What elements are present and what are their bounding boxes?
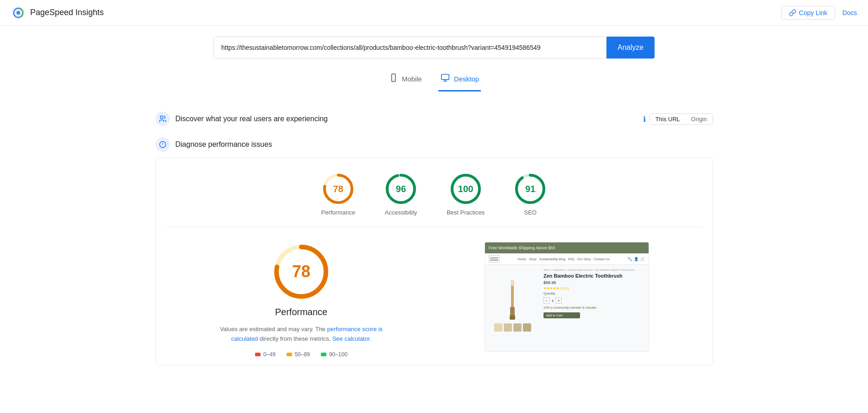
origin-button[interactable]: Origin — [686, 114, 713, 124]
hamburger-icon — [489, 255, 500, 263]
copy-link-button[interactable]: Copy Link — [781, 6, 835, 20]
link-icon — [789, 9, 796, 16]
svg-rect-22 — [510, 307, 515, 316]
performance-score: 78 — [333, 184, 343, 194]
app-title: PageSpeed Insights — [30, 8, 104, 17]
thumb-header-text: Free Worldwide Shipping Above $55 — [489, 246, 555, 250]
note-middle: directly from these metrics. — [260, 335, 332, 342]
diagnose-icon — [155, 137, 170, 152]
tab-mobile-label: Mobile — [402, 75, 422, 83]
thumb-breadcrumb: Store / Collections / Sustainable Produc… — [543, 268, 645, 271]
real-users-label: Discover what your real users are experi… — [176, 115, 328, 123]
thumb-img-3 — [513, 323, 522, 332]
header: PageSpeed Insights Copy Link Docs — [0, 0, 868, 26]
url-input-wrapper — [213, 37, 607, 59]
perf-left: 78 Performance Values are estimated and … — [178, 242, 425, 358]
accessibility-score: 96 — [396, 184, 406, 194]
thumb-discount-text: 10% a community member & checker — [543, 306, 645, 309]
legend-green: 90–100 — [321, 351, 347, 358]
thumb-header-bar: Free Worldwide Shipping Above $55 — [485, 242, 649, 253]
performance-label: Performance — [321, 209, 355, 216]
url-section: Analyze — [155, 37, 713, 59]
mobile-icon — [389, 73, 398, 85]
info-icon[interactable]: ℹ — [643, 115, 646, 123]
diagnose-section[interactable]: Diagnose performance issues — [155, 132, 713, 157]
best-practices-label: Best Practices — [447, 209, 485, 216]
score-cards: 78 Performance 96 Accessibility — [167, 172, 702, 216]
seo-score: 91 — [525, 184, 535, 194]
thumb-add-to-cart: Add to Cart — [543, 312, 580, 318]
score-card-seo: 91 SEO — [514, 172, 547, 216]
thumb-product-details: Store / Collections / Sustainable Produc… — [540, 265, 649, 347]
main-content: Analyze Mobile Desktop — [137, 26, 731, 387]
svg-rect-4 — [442, 75, 449, 80]
qty-minus: − — [543, 297, 550, 304]
thumb-qty-controls: − 1 + — [543, 297, 645, 304]
legend-dot-red — [255, 353, 261, 356]
thumb-img-2 — [504, 323, 512, 332]
performance-title: Performance — [275, 307, 328, 317]
thumb-img-1 — [494, 323, 502, 332]
real-users-section[interactable]: Discover what your real users are experi… — [155, 106, 713, 132]
header-right: Copy Link Docs — [781, 6, 857, 20]
copy-link-label: Copy Link — [799, 9, 827, 16]
tab-desktop[interactable]: Desktop — [438, 70, 481, 91]
analyze-button[interactable]: Analyze — [607, 37, 655, 59]
score-card-best-practices: 100 Best Practices — [447, 172, 485, 216]
legend-dot-yellow — [287, 353, 292, 356]
real-users-icon — [155, 112, 170, 126]
calculator-link[interactable]: See calculator. — [332, 335, 371, 342]
perf-detail: 78 Performance Values are estimated and … — [167, 242, 702, 358]
device-tabs: Mobile Desktop — [155, 70, 713, 91]
score-circle-performance: 78 — [322, 172, 355, 205]
svg-rect-23 — [510, 315, 515, 320]
qty-value: 1 — [552, 299, 554, 303]
perf-legend: 0–49 50–89 90–100 — [255, 351, 347, 358]
big-performance-score: 78 — [292, 262, 310, 281]
qty-plus: + — [555, 297, 562, 304]
perf-right: Free Worldwide Shipping Above $55 Home S… — [443, 242, 691, 358]
thumb-product-title: Zen Bamboo Electric Toothbrush — [543, 273, 645, 279]
diagnose-label: Diagnose performance issues — [176, 140, 272, 149]
tab-desktop-label: Desktop — [454, 75, 479, 83]
note-text: Values are estimated and may vary. The — [220, 326, 325, 333]
score-circle-seo: 91 — [514, 172, 547, 205]
thumb-price: $99.95 — [543, 280, 645, 285]
seo-label: SEO — [524, 209, 537, 216]
desktop-icon — [440, 73, 450, 85]
performance-note: Values are estimated and may vary. The p… — [214, 325, 388, 344]
website-thumbnail: Free Worldwide Shipping Above $55 Home S… — [485, 242, 649, 352]
legend-dot-green — [321, 353, 326, 356]
section-header-right: ℹ This URL Origin — [643, 113, 713, 125]
legend-yellow: 50–89 — [287, 351, 310, 358]
score-circle-best-practices: 100 — [449, 172, 482, 205]
thumb-stars: ★★★★★ (119) — [543, 286, 645, 290]
thumb-img-4 — [523, 323, 531, 332]
score-circle-accessibility: 96 — [384, 172, 417, 205]
url-input[interactable] — [221, 44, 599, 51]
accessibility-label: Accessibility — [385, 209, 417, 216]
tab-mobile[interactable]: Mobile — [387, 70, 424, 91]
score-section: 78 Performance 96 Accessibility — [155, 157, 713, 365]
thumb-product-images — [485, 265, 540, 347]
thumb-body: Store / Collections / Sustainable Produc… — [485, 265, 649, 347]
thumb-nav-links: Home Shop Sustainability Blog FAQ Our St… — [518, 257, 610, 261]
thumb-quantity: Quantity — [543, 292, 645, 295]
url-toggle: This URL Origin — [650, 113, 713, 125]
this-url-button[interactable]: This URL — [650, 114, 686, 124]
docs-link[interactable]: Docs — [842, 9, 857, 16]
legend-yellow-label: 50–89 — [295, 351, 310, 358]
legend-green-label: 90–100 — [329, 351, 347, 358]
thumb-nav: Home Shop Sustainability Blog FAQ Our St… — [485, 253, 649, 265]
divider — [167, 227, 702, 227]
thumb-nav-icons: 🔍 👤 🛒 — [628, 257, 645, 261]
svg-point-7 — [160, 116, 163, 118]
thumb-small-images — [494, 323, 531, 332]
best-practices-score: 100 — [458, 184, 473, 194]
legend-red-label: 0–49 — [263, 351, 276, 358]
psi-logo-icon — [11, 5, 26, 20]
header-left: PageSpeed Insights — [11, 5, 104, 20]
big-score-circle: 78 — [272, 242, 331, 301]
toothbrush-illustration — [501, 280, 524, 322]
legend-red: 0–49 — [255, 351, 276, 358]
